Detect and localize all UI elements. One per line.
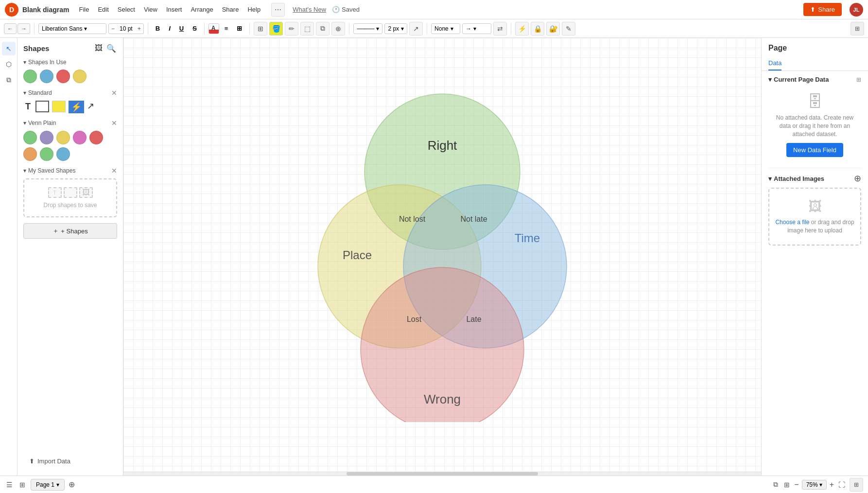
zoom-level-selector[interactable]: 75% ▾ (802, 480, 827, 490)
add-page-button[interactable]: ⊕ (69, 480, 75, 489)
fill-color-button[interactable]: 🪣 (269, 22, 283, 35)
clone-button[interactable]: ⧉ (316, 22, 330, 35)
collapse-in-use-icon[interactable]: ▾ (23, 59, 26, 66)
shadow-button[interactable]: ⬚ (300, 22, 314, 35)
menu-arrange[interactable]: Arrange (187, 4, 217, 15)
format-panel-btn[interactable]: ⊞ (782, 479, 791, 490)
font-size-decrease[interactable]: − (109, 24, 117, 34)
fullscreen-btn[interactable]: ⛶ (837, 479, 847, 490)
saved-button[interactable]: 🕐 Saved (332, 6, 360, 13)
user-avatar[interactable]: JL (850, 3, 863, 17)
saved-shapes-dropzone[interactable]: T 🖼 Drop shapes to save (23, 178, 117, 217)
venn-green2[interactable] (40, 147, 53, 161)
venn-purple[interactable] (40, 131, 53, 144)
edit-metadata-button[interactable]: ✎ (562, 22, 575, 35)
venn-section-close[interactable]: ✕ (111, 119, 117, 127)
data-grid-icon[interactable]: ⊞ (856, 76, 861, 83)
menu-file[interactable]: File (75, 4, 93, 15)
bold-button[interactable]: B (152, 23, 163, 34)
canvas[interactable]: Right Place Time Wrong Not lost Not late… (123, 38, 761, 475)
shape-red-circle[interactable] (56, 70, 70, 83)
new-data-field-button[interactable]: New Data Field (786, 143, 843, 157)
more-format-button[interactable]: ⊕ (331, 22, 345, 35)
insert-shape-button[interactable]: ⊞ (254, 22, 267, 35)
format-more-button[interactable]: ⊞ (233, 23, 245, 34)
menu-edit[interactable]: Edit (94, 4, 112, 15)
gallery-icon[interactable]: 🖼 (94, 43, 104, 54)
forward-button[interactable]: → (17, 23, 30, 34)
zoom-in-btn[interactable]: + (830, 480, 834, 489)
font-size-increase[interactable]: + (135, 24, 143, 34)
connection-start-selector[interactable]: None ▾ (431, 23, 460, 34)
lightning-shape[interactable]: ⚡ (69, 101, 84, 113)
arrow-shape[interactable]: ↗ (87, 101, 94, 113)
venn-red[interactable] (89, 131, 103, 144)
image-drop-zone[interactable]: 🖼 Choose a file or drag and drop image h… (768, 188, 861, 246)
lock-alt-button[interactable]: 🔐 (546, 22, 560, 35)
line-color-button[interactable]: ✏ (285, 22, 298, 35)
saved-section-close[interactable]: ✕ (111, 167, 117, 175)
standard-section-close[interactable]: ✕ (111, 89, 117, 97)
font-selector[interactable]: Liberation Sans ▾ (38, 23, 106, 34)
import-data-button[interactable]: ⬆ Import Data (23, 455, 117, 468)
filled-rect-shape[interactable] (52, 101, 66, 112)
menu-select[interactable]: Select (114, 4, 139, 15)
flip-arrow-button[interactable]: ⇄ (493, 22, 507, 35)
layers-panel-btn[interactable]: ⧉ (772, 479, 780, 490)
shape-green-circle[interactable] (23, 70, 37, 83)
font-color-picker[interactable]: A (208, 23, 219, 34)
collapse-standard-icon[interactable]: ▾ (23, 89, 26, 96)
venn-pink[interactable] (73, 131, 87, 144)
panel-toggle-btn[interactable]: ⊞ (851, 22, 864, 35)
share-button[interactable]: ⬆ Share (803, 3, 842, 16)
waypoints-button[interactable]: ↗ (409, 22, 423, 35)
menu-view[interactable]: View (140, 4, 161, 15)
extras-icon[interactable]: ⋯ (271, 3, 285, 17)
choose-file-link[interactable]: Choose a file (775, 219, 809, 226)
collapse-saved-icon[interactable]: ▾ (23, 167, 26, 174)
tab-data[interactable]: Data (768, 56, 781, 70)
venn-green[interactable] (23, 131, 37, 144)
layers-btn[interactable]: ⧉ (2, 73, 16, 87)
lock-button[interactable]: 🔒 (531, 22, 544, 35)
venn-orange[interactable] (23, 147, 37, 161)
venn-blue[interactable] (56, 147, 70, 161)
menu-help[interactable]: Help (243, 4, 264, 15)
connection-end-selector[interactable]: → ▾ (462, 23, 491, 34)
shapes-panel-btn[interactable]: ⬡ (2, 57, 16, 71)
collapse-data-icon[interactable]: ▾ (768, 76, 772, 83)
whats-new-link[interactable]: What's New (293, 6, 326, 13)
italic-button[interactable]: I (165, 23, 174, 34)
collapse-venn-icon[interactable]: ▾ (23, 120, 26, 126)
shape-yellow-circle[interactable] (73, 70, 87, 83)
add-shapes-button[interactable]: ＋ + Shapes (23, 223, 117, 239)
right-panel-toggle-btn[interactable]: ⊞ (850, 478, 863, 492)
menu-share[interactable]: Share (218, 4, 243, 15)
grid-view-btn[interactable]: ⊞ (18, 479, 27, 490)
add-image-button[interactable]: ⊕ (854, 173, 861, 184)
line-width-selector[interactable]: 2 px ▾ (384, 23, 407, 34)
sidebar-header: Shapes 🖼 🔍 (17, 38, 123, 57)
menu-insert[interactable]: Insert (162, 4, 186, 15)
select-tool-btn[interactable]: ↖ (2, 42, 16, 55)
align-button[interactable]: ≡ (221, 23, 232, 34)
zoom-out-btn[interactable]: − (794, 480, 799, 489)
shape-blue-circle[interactable] (40, 70, 53, 83)
page-tab[interactable]: Page 1 ▾ (31, 479, 65, 491)
collapse-images-icon[interactable]: ▾ (768, 175, 772, 182)
underline-button[interactable]: U (176, 23, 187, 34)
rect-shape[interactable] (35, 101, 49, 112)
chevron-start-icon: ▾ (451, 25, 453, 32)
line-style-selector[interactable]: ——— ▾ (353, 23, 382, 34)
flash-button[interactable]: ⚡ (515, 22, 529, 35)
strikethrough-button[interactable]: S (189, 23, 200, 34)
back-button[interactable]: ← (4, 23, 17, 34)
nav-back-forward: ← → (4, 23, 30, 34)
app-logo: D (5, 3, 18, 17)
horizontal-scrollbar[interactable] (123, 472, 761, 475)
search-shapes-button[interactable]: 🔍 (105, 43, 117, 54)
my-saved-shapes-label: My Saved Shapes (28, 167, 75, 174)
venn-yellow[interactable] (56, 131, 70, 144)
text-shape[interactable]: T (23, 101, 33, 113)
list-view-btn[interactable]: ☰ (5, 479, 14, 490)
